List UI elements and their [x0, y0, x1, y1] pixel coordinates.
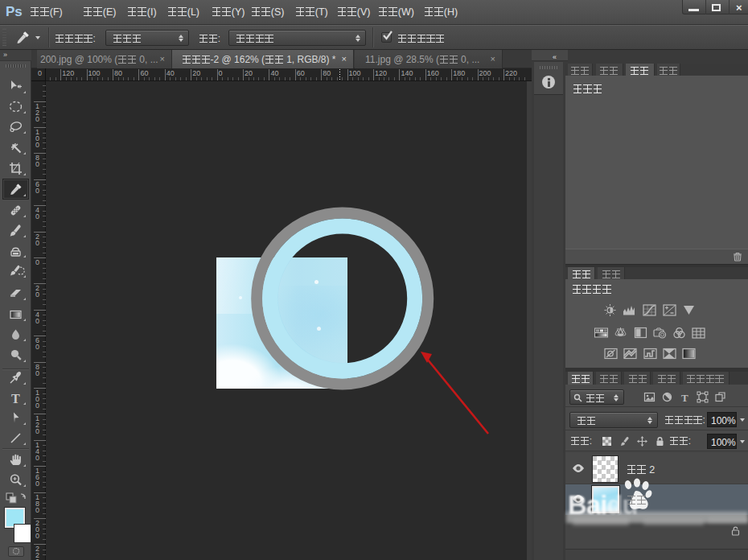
- svg-text:T: T: [11, 392, 20, 406]
- svg-text:T: T: [681, 392, 688, 404]
